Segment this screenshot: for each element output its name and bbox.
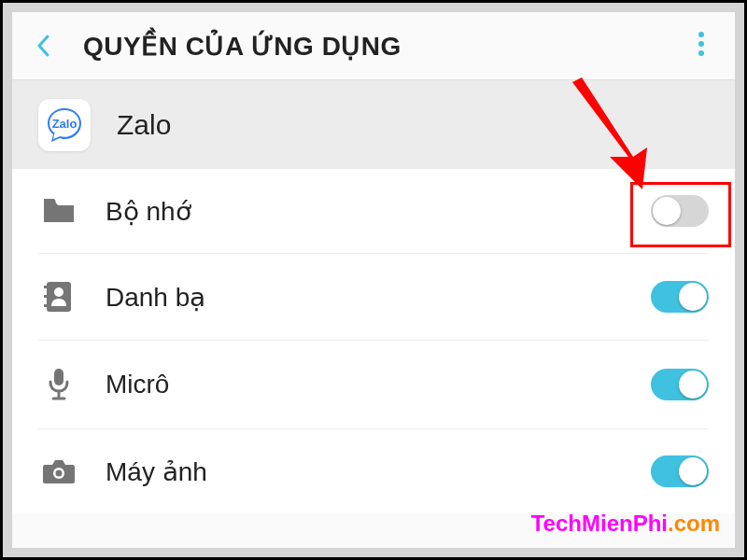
svg-rect-6 [44,295,48,298]
permission-row-microphone: Micrô [38,341,709,429]
more-menu-button[interactable] [690,23,712,68]
toggle-microphone[interactable] [651,369,709,400]
watermark: TechMienPhi.com [531,511,720,537]
permission-row-camera: Máy ảnh [38,429,709,513]
contacts-icon [38,280,79,314]
svg-point-2 [698,50,704,56]
toggle-camera[interactable] [651,455,709,487]
svg-rect-5 [44,286,48,288]
permission-label: Máy ảnh [106,456,651,487]
app-name: Zalo [117,109,171,141]
svg-point-8 [54,287,63,297]
svg-text:Zalo: Zalo [52,117,78,131]
app-header-row: Zalo Zalo [12,79,735,169]
folder-icon [38,197,79,225]
svg-point-1 [698,41,704,47]
mic-icon [38,367,79,402]
svg-point-0 [698,32,704,37]
page-title: QUYỀN CỦA ỨNG DỤNG [83,31,690,62]
permissions-list: Bộ nhớ Danh bạ [12,169,735,513]
permission-label: Micrô [106,370,651,399]
back-chevron-icon [35,33,51,59]
back-button[interactable] [35,33,72,59]
permission-row-contacts: Danh bạ [38,254,709,341]
svg-rect-7 [44,304,48,307]
camera-icon [38,457,79,485]
toggle-contacts[interactable] [651,281,709,313]
toggle-storage[interactable] [651,195,709,227]
permission-label: Danh bạ [106,282,651,313]
svg-point-13 [56,470,63,477]
header: QUYỀN CỦA ỨNG DỤNG [12,12,735,79]
svg-rect-9 [54,369,63,385]
app-icon: Zalo [38,99,91,151]
more-vertical-icon [698,31,705,57]
permission-row-storage: Bộ nhớ [38,169,709,254]
permission-label: Bộ nhớ [106,196,651,227]
zalo-logo-icon: Zalo [44,105,85,146]
